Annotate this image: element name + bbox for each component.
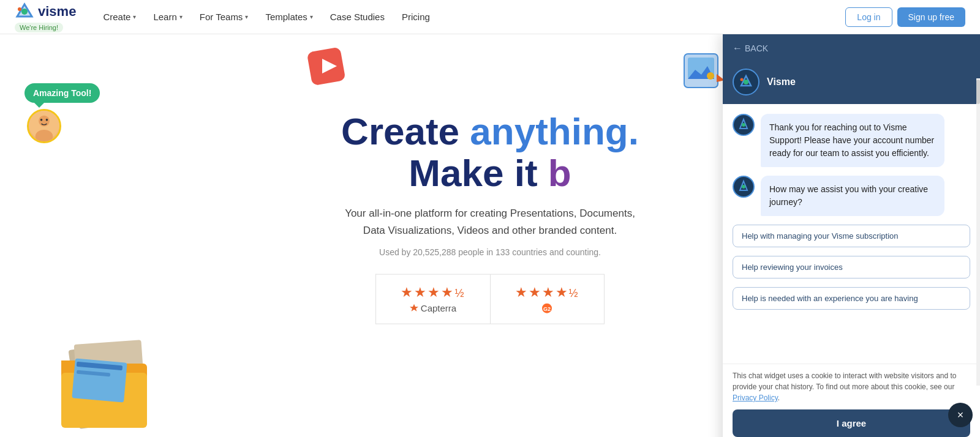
speech-bubble-text: Amazing Tool! xyxy=(24,83,100,103)
chat-back-button[interactable]: ← BACK xyxy=(733,43,970,54)
svg-point-2 xyxy=(21,9,28,15)
bot-avatar-2 xyxy=(733,176,755,198)
privacy-policy-link[interactable]: Privacy Policy xyxy=(733,394,778,402)
nav-for-teams[interactable]: For Teams ▾ xyxy=(192,7,256,27)
testimonial-bubble: Amazing Tool! xyxy=(24,83,100,143)
chevron-down-icon: ▾ xyxy=(179,13,183,20)
hero-subtitle: Your all-in-one platform for creating Pr… xyxy=(306,205,674,238)
svg-point-28 xyxy=(744,80,748,84)
image-frame-decoration xyxy=(683,53,723,92)
chevron-down-icon: ▾ xyxy=(310,13,313,20)
nav-right: Log in Sign up free xyxy=(845,7,965,27)
svg-point-35 xyxy=(742,185,745,189)
nav-create[interactable]: Create ▾ xyxy=(96,7,143,27)
folder-decoration xyxy=(55,327,165,431)
chat-messages: Thank you for reaching out to Visme Supp… xyxy=(723,104,980,364)
suggestion-experience[interactable]: Help is needed with an experience you ar… xyxy=(733,287,970,310)
capterra-rating: ★★★★½ Capterra xyxy=(375,274,489,324)
message-1: Thank you for reaching out to Visme Supp… xyxy=(761,114,944,167)
hero-title-b: b xyxy=(548,152,571,194)
hero-used-text: Used by 20,525,288 people in 133 countri… xyxy=(306,247,674,256)
logo-text: visme xyxy=(38,4,76,20)
hero-title: Create anything. Make it b xyxy=(306,111,674,194)
navbar: visme We're Hiring! Create ▾ Learn ▾ For… xyxy=(0,0,980,34)
bot-avatar-1 xyxy=(733,114,755,136)
chat-scrollbar xyxy=(976,78,980,386)
hiring-badge: We're Hiring! xyxy=(15,23,63,32)
svg-point-32 xyxy=(742,123,745,127)
message-row-2: How may we assist you with your creative… xyxy=(733,176,970,216)
avatar xyxy=(27,109,61,143)
nav-pricing[interactable]: Pricing xyxy=(394,7,437,27)
hero-section: Create anything. Make it b Your all-in-o… xyxy=(306,111,674,324)
chat-brand-row: Visme xyxy=(723,62,980,104)
back-label: BACK xyxy=(745,43,768,53)
svg-point-3 xyxy=(18,7,21,11)
g2-stars: ★★★★½ xyxy=(515,284,579,300)
agree-button[interactable]: I agree xyxy=(733,409,970,437)
chat-header: ← BACK xyxy=(723,34,980,62)
chat-scrollbar-thumb xyxy=(976,80,980,104)
svg-marker-23 xyxy=(410,304,418,312)
suggestion-invoices[interactable]: Help reviewing your invoices xyxy=(733,256,970,278)
svg-point-29 xyxy=(741,78,744,81)
nav-learn[interactable]: Learn ▾ xyxy=(146,7,189,27)
capterra-stars: ★★★★½ xyxy=(401,284,465,300)
message-2: How may we assist you with your creative… xyxy=(761,176,944,216)
svg-text:G2: G2 xyxy=(543,305,551,312)
nav-templates[interactable]: Templates ▾ xyxy=(258,7,320,27)
cookie-notice: This chat widget uses a cookie to intera… xyxy=(723,364,980,409)
nav-links: Create ▾ Learn ▾ For Teams ▾ Templates ▾… xyxy=(96,7,845,27)
svg-point-13 xyxy=(40,119,43,121)
suggestion-subscription[interactable]: Help with managing your Visme subscripti… xyxy=(733,225,970,247)
logo-area: visme We're Hiring! xyxy=(15,2,76,32)
chat-widget: ← BACK Visme xyxy=(723,34,980,437)
cookie-notice-text: This chat widget uses a cookie to intera… xyxy=(733,372,957,391)
nav-case-studies[interactable]: Case Studies xyxy=(323,7,392,27)
hero-title-anything: anything. xyxy=(470,110,639,152)
login-button[interactable]: Log in xyxy=(845,7,892,27)
g2-rating: ★★★★½ G2 xyxy=(490,274,605,324)
svg-point-14 xyxy=(46,119,48,121)
chat-brand-avatar xyxy=(733,69,760,95)
chevron-down-icon: ▾ xyxy=(133,13,136,20)
visme-logo-icon xyxy=(15,2,34,21)
ratings-row: ★★★★½ Capterra ★★★★½ G2 xyxy=(306,274,674,324)
message-row-1: Thank you for reaching out to Visme Supp… xyxy=(733,114,970,167)
signup-button[interactable]: Sign up free xyxy=(897,7,966,27)
hero-title-line1: Create xyxy=(341,110,470,152)
capterra-logo: Capterra xyxy=(410,302,456,313)
svg-point-9 xyxy=(707,72,714,80)
back-arrow-icon: ← xyxy=(733,43,742,54)
close-chat-button[interactable]: × xyxy=(948,403,973,427)
chat-brand-name: Visme xyxy=(767,77,796,88)
main-area: Amazing Tool! xyxy=(0,34,980,437)
hero-title-make: Make it xyxy=(409,152,548,194)
play-decoration xyxy=(306,47,349,89)
chevron-down-icon: ▾ xyxy=(245,13,248,20)
g2-logo: G2 xyxy=(541,302,552,313)
